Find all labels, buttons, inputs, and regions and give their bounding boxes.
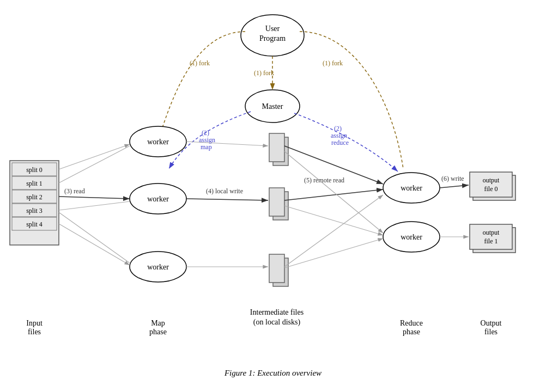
- split3-worker-mid-line: [59, 201, 130, 210]
- assign-reduce-label: (2): [334, 125, 342, 132]
- split1-worker-top-line: [59, 146, 130, 183]
- worker-mid-to-intermediate-line: [186, 199, 268, 200]
- split3-worker-bot-line: [59, 212, 130, 263]
- intermediate-mid-to-reduce-line: [284, 189, 383, 200]
- intermediate-bot-to-reduce-bot-line: [284, 238, 383, 268]
- output-file-0-rect: [470, 172, 512, 197]
- worker-top-to-intermediate-line: [186, 142, 268, 146]
- reduce-phase-label2: phase: [403, 328, 420, 336]
- reduce-top-to-output0-line: [440, 185, 469, 188]
- user-program-label2: Program: [259, 34, 286, 42]
- split-4-label: split 4: [26, 220, 43, 228]
- intermediate-mid-front: [269, 188, 284, 216]
- assign-reduce-label3: reduce: [331, 139, 349, 146]
- worker-reduce-top-label: worker: [401, 184, 422, 192]
- map-phase-label: Map: [151, 319, 165, 327]
- split0-worker-top-line: [59, 144, 130, 169]
- assign-map-label3: map: [201, 143, 212, 151]
- master-label: Master: [262, 102, 283, 111]
- output-file-1-label: output: [483, 229, 500, 236]
- map-phase-label2: phase: [149, 328, 167, 336]
- output-file-1-label2: file 1: [484, 237, 498, 245]
- assign-reduce-label2: assign: [331, 132, 347, 139]
- remote-read-label: (5) remote read: [304, 176, 344, 184]
- split-2-label: split 2: [26, 193, 43, 201]
- output-file-1-rect: [470, 224, 512, 249]
- worker-map-bot-label: worker: [147, 263, 169, 271]
- reduce-phase-label: Reduce: [400, 319, 423, 327]
- user-program-label: User: [265, 24, 280, 33]
- fork-worker-top-line: [158, 32, 245, 140]
- diagram-container: User Program Master (1) fork (1) fork (1…: [0, 0, 546, 392]
- intermediate-bot-front: [269, 254, 284, 283]
- split2-worker-mid-line: [59, 197, 130, 199]
- assign-map-label: (2): [202, 129, 209, 137]
- local-write-label: (4) local write: [206, 187, 243, 195]
- split-0-label: split 0: [26, 166, 43, 174]
- split-3-label: split 3: [26, 207, 43, 215]
- worker-reduce-bot-label: worker: [401, 233, 422, 241]
- output-files-label2: files: [484, 328, 498, 336]
- worker-map-top-label: worker: [147, 138, 169, 146]
- split-1-label: split 1: [26, 180, 43, 187]
- write-label: (6) write: [441, 175, 464, 182]
- split4-worker-bot-line: [59, 224, 130, 265]
- worker-map-mid-label: worker: [147, 195, 169, 203]
- output-file-0-label2: file 0: [484, 185, 498, 193]
- intermediate-top-front: [269, 133, 284, 162]
- read-label: (3) read: [64, 187, 85, 195]
- fork-left-label: (1) fork: [190, 59, 210, 67]
- intermediate-files-label: Intermediate files: [250, 308, 304, 316]
- output-files-label: Output: [481, 319, 502, 327]
- fork-worker-reduce-line: [300, 32, 403, 169]
- intermediate-files-label2: (on local disks): [253, 318, 301, 327]
- output-file-0-label: output: [483, 176, 500, 184]
- fork-master-label: (1) fork: [254, 69, 274, 77]
- input-files-label: Input: [26, 319, 43, 327]
- figure-caption: Figure 1: Execution overview: [224, 369, 321, 377]
- fork-right-label: (1) fork: [323, 59, 343, 67]
- input-files-label2: files: [28, 328, 41, 336]
